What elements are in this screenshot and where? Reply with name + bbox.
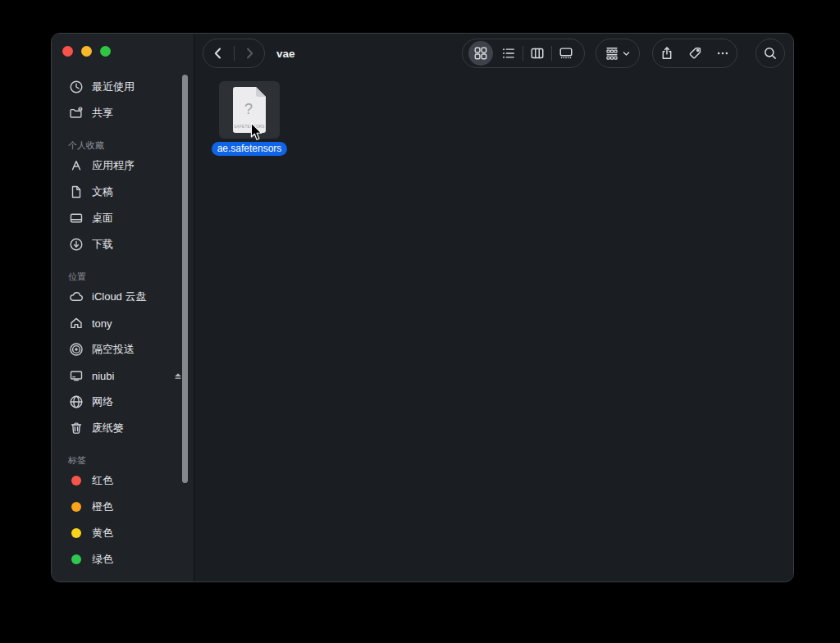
app-store-icon [68,158,84,173]
zoom-button[interactable] [100,46,111,57]
group-button[interactable] [596,39,640,68]
airdrop-icon [68,342,84,357]
more-button[interactable] [709,39,737,67]
chevron-left-icon [210,45,226,62]
sidebar-item-label: niubi [92,370,114,382]
ellipsis-icon [715,46,730,61]
sidebar-item-niubi[interactable]: niubi [52,363,194,389]
view-grid-button[interactable] [467,39,495,68]
sidebar-item-trash[interactable]: 废纸篓 [52,415,194,441]
clock-icon [68,80,84,94]
orange-tag-dot-icon [68,502,84,512]
search-button[interactable] [756,39,785,68]
desktop-icon [68,211,84,226]
sidebar-item-icloud[interactable]: iCloud 云盘 [52,284,194,310]
document-icon [68,185,84,199]
svg-text:?: ? [244,101,253,117]
gallery-view-icon [559,46,573,61]
file-name-label: ae.safetensors [212,142,286,156]
sidebar-item-label: 应用程序 [92,158,135,173]
sidebar-item-label: 文稿 [92,185,113,199]
sidebar-item-label: 桌面 [92,211,113,226]
search-icon [763,46,778,61]
sidebar-item-label: 下载 [92,237,113,252]
view-columns-button[interactable] [523,39,551,68]
cloud-icon [68,290,84,304]
home-icon [68,316,84,331]
chevron-right-icon [241,45,258,62]
external-display-icon [68,368,84,383]
sidebar-section-tags: 标签 [52,453,194,467]
actions-group [652,39,737,68]
file-grid: ? SAFETENSORS ae.safetensors [194,73,793,581]
sidebar-item-label: 红色 [92,473,113,488]
sidebar-item-tag-orange[interactable]: 橙色 [52,494,194,520]
sidebar-item-desktop[interactable]: 桌面 [52,205,194,231]
green-tag-dot-icon [68,554,84,564]
mouse-cursor [250,122,263,141]
share-button[interactable] [653,39,681,67]
finder-window: 最近使用 共享 个人收藏 应用程序 [51,33,794,582]
history-nav [203,39,265,68]
view-gallery-button[interactable] [552,39,580,68]
grid-view-icon [473,46,488,61]
sidebar-item-applications[interactable]: 应用程序 [52,153,194,179]
shared-folder-icon [68,106,84,121]
sidebar-section-favorites: 个人收藏 [52,138,194,153]
sidebar-nav: 最近使用 共享 个人收藏 应用程序 [52,34,194,572]
sidebar-item-tag-green[interactable]: 绿色 [52,546,194,572]
chevron-down-icon [622,49,631,58]
traffic-lights [62,46,111,57]
sidebar-item-label: 最近使用 [92,80,135,94]
toolbar: vae [194,34,793,73]
file-icon-selection: ? SAFETENSORS [219,81,280,139]
sidebar-item-label: 隔空投送 [92,342,135,357]
view-switcher [462,39,585,68]
group-icon [605,46,619,61]
sidebar-item-label: 橙色 [92,499,113,514]
sidebar: 最近使用 共享 个人收藏 应用程序 [52,34,194,581]
sidebar-item-documents[interactable]: 文稿 [52,179,194,205]
sidebar-item-label: 共享 [92,106,113,121]
content-area: vae [194,34,793,581]
forward-button[interactable] [235,39,265,67]
columns-view-icon [530,46,545,61]
page-title: vae [276,48,295,60]
back-button[interactable] [203,39,234,67]
sidebar-item-recents[interactable]: 最近使用 [52,74,194,100]
sidebar-item-airdrop[interactable]: 隔空投送 [52,336,194,363]
red-tag-dot-icon [68,476,84,486]
file-ae-safetensors[interactable]: ? SAFETENSORS ae.safetensors [212,81,286,156]
tag-icon [687,46,702,61]
sidebar-item-label: 网络 [92,394,113,409]
minimize-button[interactable] [81,46,92,57]
globe-icon [68,394,84,409]
yellow-tag-dot-icon [68,528,84,538]
sidebar-item-label: iCloud 云盘 [92,290,146,304]
sidebar-item-label: 废纸篓 [92,421,124,436]
list-view-icon [501,46,516,61]
sidebar-item-tag-red[interactable]: 红色 [52,467,194,494]
tags-button[interactable] [681,39,709,67]
sidebar-item-label: 绿色 [92,552,113,567]
sidebar-section-locations: 位置 [52,269,194,284]
sidebar-item-label: tony [92,317,112,330]
close-button[interactable] [62,46,73,57]
view-list-button[interactable] [495,39,523,68]
sidebar-scrollbar[interactable] [182,75,188,483]
sidebar-item-shared[interactable]: 共享 [52,100,194,126]
sidebar-item-label: 黄色 [92,526,113,540]
sidebar-item-downloads[interactable]: 下载 [52,231,194,258]
trash-icon [68,421,84,436]
download-icon [68,237,84,252]
share-icon [660,46,674,61]
sidebar-item-home-tony[interactable]: tony [52,310,194,336]
sidebar-item-network[interactable]: 网络 [52,389,194,415]
sidebar-item-tag-yellow[interactable]: 黄色 [52,520,194,546]
